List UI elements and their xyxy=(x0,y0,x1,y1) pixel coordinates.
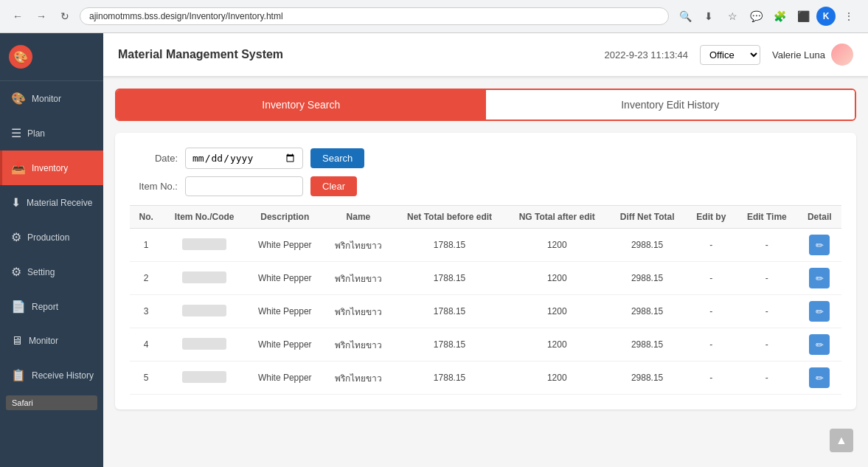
cell-detail: ✏ xyxy=(797,262,841,295)
cell-edit-by: - xyxy=(687,262,737,295)
search-icon[interactable]: 🔍 xyxy=(675,6,695,27)
cell-item-code xyxy=(162,328,246,362)
puzzle-icon[interactable]: 🧩 xyxy=(769,6,790,27)
table-row: 4 White Pepper พริกไทยขาว 1788.15 1200 2… xyxy=(130,328,841,362)
cell-name: พริกไทยขาว xyxy=(324,229,394,262)
col-edit-time: Edit Time xyxy=(736,206,797,229)
sidebar-item-report[interactable]: 📄 Report xyxy=(0,289,103,324)
cell-description: White Pepper xyxy=(246,328,324,362)
material-receive-icon: ⬇ xyxy=(11,196,21,210)
browser-actions: 🔍 ⬇ ☆ 💬 🧩 ⬛ K ⋮ xyxy=(675,6,859,27)
sidebar-item-label-report: Report xyxy=(32,302,58,312)
sidebar-item-label-receive-history: Receive History xyxy=(32,370,94,381)
cell-detail: ✏ xyxy=(797,295,841,328)
cell-edit-time: - xyxy=(736,295,797,328)
cell-edit-by: - xyxy=(687,229,737,262)
sidebar-item-label-material-receive: Material Receive xyxy=(27,198,92,208)
bookmark-icon[interactable]: ☆ xyxy=(722,6,743,27)
col-net-total-before: Net Total before edit xyxy=(393,206,505,229)
cell-name: พริกไทยขาว xyxy=(324,262,394,295)
sidebar-item-label-inventory: Inventory xyxy=(32,163,68,173)
cell-edit-by: - xyxy=(687,362,737,395)
cell-edit-time: - xyxy=(736,362,797,395)
cell-no: 4 xyxy=(130,328,162,362)
cell-no: 5 xyxy=(130,362,162,395)
scroll-to-top-button[interactable]: ▲ xyxy=(830,429,853,452)
sidebar-item-setting[interactable]: ⚙ Setting xyxy=(0,255,103,289)
cell-name: พริกไทยขาว xyxy=(324,295,394,328)
monitor-bottom-icon: 🖥 xyxy=(11,334,23,347)
back-button[interactable]: ← xyxy=(9,7,27,25)
cell-no: 1 xyxy=(130,229,162,262)
detail-button[interactable]: ✏ xyxy=(809,301,830,322)
cell-edit-time: - xyxy=(736,262,797,295)
cell-description: White Pepper xyxy=(246,362,324,395)
cell-diff-net-total: 2988.15 xyxy=(608,362,687,395)
cell-ng-total-after: 1200 xyxy=(506,328,608,362)
sidebar-item-plan[interactable]: ☰ Plan xyxy=(0,116,103,151)
sidebar-item-monitor-top[interactable]: 🎨 Monitor xyxy=(0,81,103,116)
address-bar[interactable]: ajinomotmms.bss.design/Inventory/Invento… xyxy=(80,7,669,25)
col-edit-by: Edit by xyxy=(687,206,737,229)
date-input[interactable] xyxy=(185,148,303,169)
cell-item-code xyxy=(162,362,246,395)
table-body: 1 White Pepper พริกไทยขาว 1788.15 1200 2… xyxy=(130,229,841,395)
download-icon[interactable]: ⬇ xyxy=(698,6,719,27)
sidebar-item-label-production: Production xyxy=(27,232,69,243)
date-label: Date: xyxy=(130,153,178,164)
cell-edit-by: - xyxy=(687,328,737,362)
app-title: Material Management System xyxy=(118,48,283,61)
detail-button[interactable]: ✏ xyxy=(809,268,830,288)
report-icon: 📄 xyxy=(11,300,26,314)
table-row: 3 White Pepper พริกไทยขาว 1788.15 1200 2… xyxy=(130,295,841,328)
sidebar-item-receive-history[interactable]: 📋 Receive History xyxy=(0,358,103,392)
chrome-user-avatar[interactable]: K xyxy=(816,7,836,26)
cell-net-total-before: 1788.15 xyxy=(393,328,505,362)
cell-net-total-before: 1788.15 xyxy=(393,229,505,262)
cell-name: พริกไทยขาว xyxy=(324,328,394,362)
forward-button[interactable]: → xyxy=(32,7,50,25)
detail-button[interactable]: ✏ xyxy=(809,235,830,255)
col-no: No. xyxy=(130,206,162,229)
detail-button[interactable]: ✏ xyxy=(809,334,830,355)
tab-inventory-edit-history[interactable]: Inventory Edit History xyxy=(486,90,855,120)
cell-detail: ✏ xyxy=(797,328,841,362)
table-row: 2 White Pepper พริกไทยขาว 1788.15 1200 2… xyxy=(130,262,841,295)
table-row: 5 White Pepper พริกไทยขาว 1788.15 1200 2… xyxy=(130,362,841,395)
logo-icon: 🎨 xyxy=(9,45,32,69)
tabs-container: Inventory Search Inventory Edit History xyxy=(115,89,856,121)
browser-chrome: ← → ↻ ajinomotmms.bss.design/Inventory/I… xyxy=(0,0,868,33)
sidebar-item-monitor-bottom[interactable]: 🖥 Monitor xyxy=(0,324,103,358)
header-right: 2022-9-23 11:13:44 Office Factory Valeri… xyxy=(604,44,853,66)
reload-button[interactable]: ↻ xyxy=(56,7,74,25)
cell-diff-net-total: 2988.15 xyxy=(608,295,687,328)
cell-item-code xyxy=(162,229,246,262)
col-ng-total-after: NG Total after edit xyxy=(506,206,608,229)
tab-inventory-search[interactable]: Inventory Search xyxy=(117,90,486,120)
cell-diff-net-total: 2988.15 xyxy=(608,229,687,262)
search-panel: Date: Search Item No.: Clear No. xyxy=(115,133,856,409)
message-icon[interactable]: 💬 xyxy=(746,6,766,27)
cell-diff-net-total: 2988.15 xyxy=(608,262,687,295)
cell-no: 2 xyxy=(130,262,162,295)
table-row: 1 White Pepper พริกไทยขาว 1788.15 1200 2… xyxy=(130,229,841,262)
cell-net-total-before: 1788.15 xyxy=(393,295,505,328)
sidebar-item-production[interactable]: ⚙ Production xyxy=(0,220,103,255)
safari-tooltip: Safari xyxy=(6,395,97,410)
sidebar-item-material-receive[interactable]: ⬇ Material Receive xyxy=(0,185,103,220)
more-menu-icon[interactable]: ⋮ xyxy=(839,6,859,27)
cell-net-total-before: 1788.15 xyxy=(393,262,505,295)
item-no-search-row: Item No.: Clear xyxy=(130,176,841,196)
item-no-input[interactable] xyxy=(185,176,303,196)
date-search-row: Date: Search xyxy=(130,148,841,169)
sidebar-item-inventory[interactable]: 📥 Inventory xyxy=(0,151,103,185)
search-button[interactable]: Search xyxy=(310,148,364,168)
detail-button[interactable]: ✏ xyxy=(809,367,830,388)
layout-icon[interactable]: ⬛ xyxy=(793,6,813,27)
office-select[interactable]: Office Factory xyxy=(700,45,760,65)
monitor-top-icon: 🎨 xyxy=(11,91,26,105)
clear-button[interactable]: Clear xyxy=(310,176,357,196)
sidebar: 🎨 🎨 Monitor ☰ Plan 📥 Inventory ⬇ Materia… xyxy=(0,33,103,467)
cell-detail: ✏ xyxy=(797,362,841,395)
inventory-table: No. Item No./Code Description Name Net T… xyxy=(130,205,841,395)
